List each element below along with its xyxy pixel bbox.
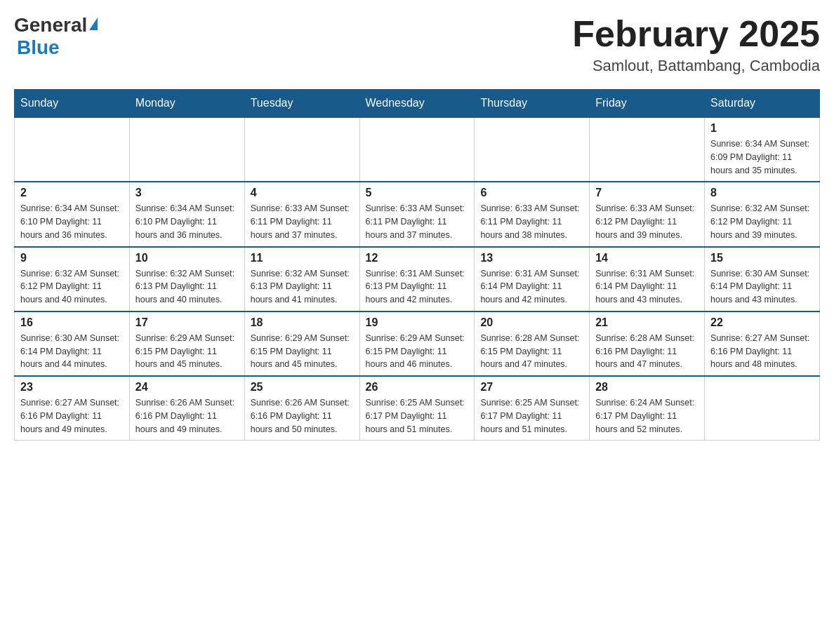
day-number: 22 [710, 316, 814, 329]
day-number: 1 [710, 122, 814, 135]
day-number: 28 [595, 381, 699, 394]
day-info: Sunrise: 6:33 AM Sunset: 6:11 PM Dayligh… [480, 202, 583, 241]
calendar-cell: 6Sunrise: 6:33 AM Sunset: 6:11 PM Daylig… [475, 182, 590, 246]
day-number: 17 [135, 316, 239, 329]
calendar-cell: 16Sunrise: 6:30 AM Sunset: 6:14 PM Dayli… [15, 311, 130, 376]
day-info: Sunrise: 6:31 AM Sunset: 6:13 PM Dayligh… [366, 267, 469, 307]
day-number: 13 [480, 252, 583, 264]
calendar-cell: 26Sunrise: 6:25 AM Sunset: 6:17 PM Dayli… [359, 376, 475, 441]
calendar-cell: 19Sunrise: 6:29 AM Sunset: 6:15 PM Dayli… [359, 311, 475, 376]
day-number: 27 [480, 381, 583, 394]
day-info: Sunrise: 6:31 AM Sunset: 6:14 PM Dayligh… [480, 267, 583, 307]
day-number: 6 [480, 187, 583, 199]
col-header-monday: Monday [129, 90, 244, 118]
day-number: 3 [135, 187, 239, 199]
day-info: Sunrise: 6:33 AM Sunset: 6:11 PM Dayligh… [251, 202, 354, 241]
calendar-cell: 21Sunrise: 6:28 AM Sunset: 6:16 PM Dayli… [590, 311, 705, 376]
day-info: Sunrise: 6:33 AM Sunset: 6:11 PM Dayligh… [366, 202, 469, 241]
day-info: Sunrise: 6:34 AM Sunset: 6:10 PM Dayligh… [20, 202, 124, 241]
calendar-cell: 12Sunrise: 6:31 AM Sunset: 6:13 PM Dayli… [359, 247, 475, 311]
logo-triangle-icon [89, 18, 98, 30]
day-number: 24 [135, 381, 239, 394]
calendar-cell [244, 117, 359, 182]
calendar-cell: 2Sunrise: 6:34 AM Sunset: 6:10 PM Daylig… [15, 182, 130, 246]
day-info: Sunrise: 6:29 AM Sunset: 6:15 PM Dayligh… [366, 332, 469, 371]
col-header-sunday: Sunday [15, 90, 130, 118]
page-header: General Blue February 2025 Samlout, Batt… [14, 14, 820, 75]
calendar-week-5: 23Sunrise: 6:27 AM Sunset: 6:16 PM Dayli… [15, 376, 820, 441]
day-info: Sunrise: 6:28 AM Sunset: 6:15 PM Dayligh… [480, 332, 583, 371]
calendar-cell: 20Sunrise: 6:28 AM Sunset: 6:15 PM Dayli… [475, 311, 590, 376]
day-number: 19 [366, 316, 469, 329]
calendar-cell: 7Sunrise: 6:33 AM Sunset: 6:12 PM Daylig… [590, 182, 705, 246]
day-info: Sunrise: 6:32 AM Sunset: 6:12 PM Dayligh… [20, 267, 124, 307]
calendar-cell [15, 117, 130, 182]
calendar-cell: 28Sunrise: 6:24 AM Sunset: 6:17 PM Dayli… [590, 376, 705, 441]
calendar-cell [590, 117, 705, 182]
day-info: Sunrise: 6:32 AM Sunset: 6:13 PM Dayligh… [135, 267, 239, 307]
day-info: Sunrise: 6:29 AM Sunset: 6:15 PM Dayligh… [251, 332, 354, 371]
calendar-cell [129, 117, 244, 182]
day-info: Sunrise: 6:24 AM Sunset: 6:17 PM Dayligh… [595, 396, 699, 436]
calendar-cell: 22Sunrise: 6:27 AM Sunset: 6:16 PM Dayli… [705, 311, 820, 376]
day-number: 16 [20, 316, 124, 329]
calendar-cell: 1Sunrise: 6:34 AM Sunset: 6:09 PM Daylig… [705, 117, 820, 182]
day-info: Sunrise: 6:34 AM Sunset: 6:09 PM Dayligh… [710, 137, 814, 177]
day-info: Sunrise: 6:25 AM Sunset: 6:17 PM Dayligh… [480, 396, 583, 436]
calendar-header-row: SundayMondayTuesdayWednesdayThursdayFrid… [15, 90, 820, 118]
calendar-cell: 4Sunrise: 6:33 AM Sunset: 6:11 PM Daylig… [244, 182, 359, 246]
day-info: Sunrise: 6:30 AM Sunset: 6:14 PM Dayligh… [710, 267, 814, 307]
calendar-cell [475, 117, 590, 182]
day-number: 20 [480, 316, 583, 329]
day-info: Sunrise: 6:33 AM Sunset: 6:12 PM Dayligh… [595, 202, 699, 241]
col-header-wednesday: Wednesday [359, 90, 475, 118]
day-number: 2 [20, 187, 124, 199]
day-number: 8 [710, 187, 814, 199]
day-info: Sunrise: 6:32 AM Sunset: 6:13 PM Dayligh… [251, 267, 354, 307]
calendar-cell: 14Sunrise: 6:31 AM Sunset: 6:14 PM Dayli… [590, 247, 705, 311]
day-number: 23 [20, 381, 124, 394]
month-title: February 2025 [572, 14, 820, 54]
logo: General Blue [14, 14, 98, 59]
day-info: Sunrise: 6:26 AM Sunset: 6:16 PM Dayligh… [251, 396, 354, 436]
day-number: 11 [251, 252, 354, 264]
location-subtitle: Samlout, Battambang, Cambodia [572, 57, 820, 75]
day-info: Sunrise: 6:25 AM Sunset: 6:17 PM Dayligh… [366, 396, 469, 436]
calendar-week-4: 16Sunrise: 6:30 AM Sunset: 6:14 PM Dayli… [15, 311, 820, 376]
calendar-cell: 10Sunrise: 6:32 AM Sunset: 6:13 PM Dayli… [129, 247, 244, 311]
calendar-cell: 25Sunrise: 6:26 AM Sunset: 6:16 PM Dayli… [244, 376, 359, 441]
calendar-cell: 3Sunrise: 6:34 AM Sunset: 6:10 PM Daylig… [129, 182, 244, 246]
day-number: 14 [595, 252, 699, 264]
calendar-week-3: 9Sunrise: 6:32 AM Sunset: 6:12 PM Daylig… [15, 247, 820, 311]
calendar-cell: 13Sunrise: 6:31 AM Sunset: 6:14 PM Dayli… [475, 247, 590, 311]
col-header-thursday: Thursday [475, 90, 590, 118]
day-info: Sunrise: 6:29 AM Sunset: 6:15 PM Dayligh… [135, 332, 239, 371]
calendar-cell: 27Sunrise: 6:25 AM Sunset: 6:17 PM Dayli… [475, 376, 590, 441]
day-info: Sunrise: 6:34 AM Sunset: 6:10 PM Dayligh… [135, 202, 239, 241]
day-info: Sunrise: 6:32 AM Sunset: 6:12 PM Dayligh… [710, 202, 814, 241]
col-header-tuesday: Tuesday [244, 90, 359, 118]
calendar-cell: 17Sunrise: 6:29 AM Sunset: 6:15 PM Dayli… [129, 311, 244, 376]
calendar-cell: 5Sunrise: 6:33 AM Sunset: 6:11 PM Daylig… [359, 182, 475, 246]
day-info: Sunrise: 6:26 AM Sunset: 6:16 PM Dayligh… [135, 396, 239, 436]
calendar-cell: 11Sunrise: 6:32 AM Sunset: 6:13 PM Dayli… [244, 247, 359, 311]
calendar-cell: 23Sunrise: 6:27 AM Sunset: 6:16 PM Dayli… [15, 376, 130, 441]
day-number: 15 [710, 252, 814, 264]
day-info: Sunrise: 6:28 AM Sunset: 6:16 PM Dayligh… [595, 332, 699, 371]
day-info: Sunrise: 6:30 AM Sunset: 6:14 PM Dayligh… [20, 332, 124, 371]
day-number: 18 [251, 316, 354, 329]
calendar-cell: 8Sunrise: 6:32 AM Sunset: 6:12 PM Daylig… [705, 182, 820, 246]
col-header-friday: Friday [590, 90, 705, 118]
calendar-cell [705, 376, 820, 441]
day-number: 4 [251, 187, 354, 199]
logo-general-text: General [14, 14, 87, 36]
day-info: Sunrise: 6:31 AM Sunset: 6:14 PM Dayligh… [595, 267, 699, 307]
calendar-week-1: 1Sunrise: 6:34 AM Sunset: 6:09 PM Daylig… [15, 117, 820, 182]
day-number: 21 [595, 316, 699, 329]
day-info: Sunrise: 6:27 AM Sunset: 6:16 PM Dayligh… [710, 332, 814, 371]
calendar-week-2: 2Sunrise: 6:34 AM Sunset: 6:10 PM Daylig… [15, 182, 820, 246]
calendar-cell: 15Sunrise: 6:30 AM Sunset: 6:14 PM Dayli… [705, 247, 820, 311]
calendar-cell [359, 117, 475, 182]
day-number: 7 [595, 187, 699, 199]
calendar-table: SundayMondayTuesdayWednesdayThursdayFrid… [14, 89, 820, 441]
